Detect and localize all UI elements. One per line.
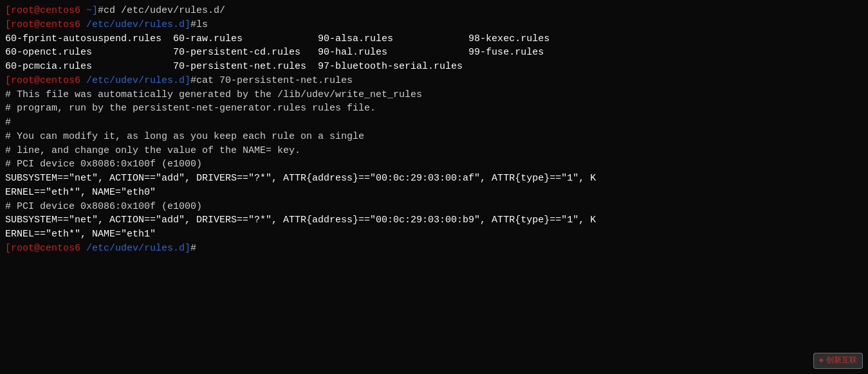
terminal-line: # line, and change only the value of the… <box>5 144 863 158</box>
prompt-command: cat 70-persistent-net.rules <box>196 75 353 86</box>
comment-text: # You can modify it, as long as you keep… <box>5 131 364 142</box>
terminal-line: SUBSYSTEM=="net", ACTION=="add", DRIVERS… <box>5 213 863 227</box>
prompt-path: ~] <box>80 5 98 16</box>
prompt-command: ls <box>196 19 208 30</box>
prompt-hash: # <box>190 243 196 254</box>
prompt-command: cd /etc/udev/rules.d/ <box>104 5 225 16</box>
terminal-line: [root@centos6 /etc/udev/rules.d]# <box>5 242 863 256</box>
terminal-line: 60-fprint-autosuspend.rules 60-raw.rules… <box>5 32 863 46</box>
prompt-user: [root@centos6 <box>5 243 80 254</box>
terminal: [root@centos6 ~]#cd /etc/udev/rules.d/[r… <box>0 0 868 374</box>
watermark-text: 创新互联 <box>826 355 857 366</box>
terminal-line: ERNEL=="eth*", NAME="eth0" <box>5 186 863 200</box>
prompt-path: /etc/udev/rules.d] <box>80 75 190 86</box>
output-text: ERNEL=="eth*", NAME="eth0" <box>5 187 156 198</box>
prompt-user: [root@centos6 <box>5 75 80 86</box>
terminal-line: [root@centos6 /etc/udev/rules.d]#cat 70-… <box>5 74 863 88</box>
output-text: SUBSYSTEM=="net", ACTION=="add", DRIVERS… <box>5 173 596 184</box>
output-text: 60-fprint-autosuspend.rules 60-raw.rules… <box>5 33 549 44</box>
watermark: ❖ 创新互联 <box>813 353 863 369</box>
terminal-line: # You can modify it, as long as you keep… <box>5 130 863 144</box>
watermark-icon: ❖ <box>819 355 824 366</box>
terminal-line: ERNEL=="eth*", NAME="eth1" <box>5 227 863 242</box>
output-text: SUBSYSTEM=="net", ACTION=="add", DRIVERS… <box>5 215 596 226</box>
terminal-line: [root@centos6 ~]#cd /etc/udev/rules.d/ <box>5 4 863 18</box>
comment-text: # program, run by the persistent-net-gen… <box>5 103 376 114</box>
terminal-line: # program, run by the persistent-net-gen… <box>5 102 863 116</box>
terminal-line: # PCI device 0x8086:0x100f (e1000) <box>5 157 863 172</box>
terminal-line: 60-pcmcia.rules 70-persistent-net.rules … <box>5 60 863 74</box>
prompt-hash: # <box>98 5 104 16</box>
output-text: ERNEL=="eth*", NAME="eth1" <box>5 229 156 240</box>
prompt-user: [root@centos6 <box>5 19 80 30</box>
prompt-path: /etc/udev/rules.d] <box>80 243 190 254</box>
comment-text: # This file was automatically generated … <box>5 89 422 100</box>
comment-text: # PCI device 0x8086:0x100f (e1000) <box>5 159 202 170</box>
terminal-line: 60-openct.rules 70-persistent-cd.rules 9… <box>5 46 863 60</box>
prompt-user: [root@centos6 <box>5 5 80 16</box>
output-text: 60-openct.rules 70-persistent-cd.rules 9… <box>5 47 544 58</box>
terminal-line: # <box>5 116 863 130</box>
output-text: 60-pcmcia.rules 70-persistent-net.rules … <box>5 61 463 72</box>
terminal-line: [root@centos6 /etc/udev/rules.d]#ls <box>5 18 863 32</box>
prompt-path: /etc/udev/rules.d] <box>80 19 190 30</box>
comment-text: # PCI device 0x8086:0x100f (e1000) <box>5 201 202 212</box>
terminal-line: SUBSYSTEM=="net", ACTION=="add", DRIVERS… <box>5 172 863 186</box>
comment-text: # <box>5 117 11 128</box>
comment-text: # line, and change only the value of the… <box>5 145 300 156</box>
prompt-hash: # <box>190 75 196 86</box>
prompt-hash: # <box>190 19 196 30</box>
terminal-line: # This file was automatically generated … <box>5 88 863 102</box>
terminal-line: # PCI device 0x8086:0x100f (e1000) <box>5 200 863 214</box>
